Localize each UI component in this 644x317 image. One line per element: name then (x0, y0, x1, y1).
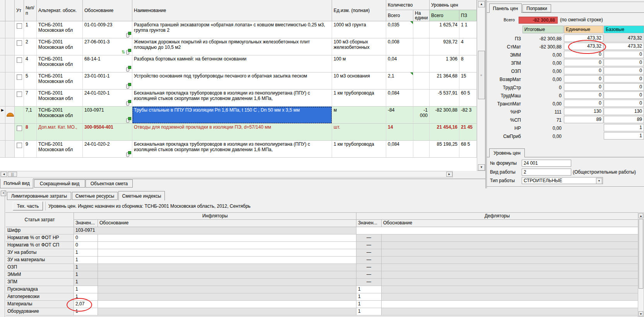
justification-cell[interactable]: 24-01-020-1 (83, 90, 132, 107)
note-icon[interactable] (126, 117, 131, 122)
close-icon[interactable]: × (1, 191, 6, 196)
col-header-price-total[interactable]: Всего (430, 10, 459, 21)
num-cell[interactable]: 4 (24, 55, 37, 72)
formula-input[interactable]: 24 001 (522, 160, 571, 167)
infl-justification-cell[interactable] (98, 264, 356, 271)
qty-per-cell[interactable] (413, 90, 430, 107)
infl-justification-cell[interactable] (98, 301, 356, 308)
note-icon[interactable] (126, 100, 131, 105)
unit-cell[interactable]: 100 м3 сборных железобетонных (332, 38, 386, 55)
unit-cell[interactable]: шт. (332, 124, 386, 141)
tab-price-panel[interactable]: Панель цен (489, 3, 522, 13)
col-header-qty-total[interactable]: Всего (386, 10, 413, 21)
scroll-left-button[interactable]: ◄ (1, 172, 7, 177)
scroll-thumb[interactable]: ||| (8, 172, 17, 177)
base-value[interactable]: 1 (604, 132, 644, 140)
unit-value[interactable]: 0 (564, 75, 603, 83)
unit-cell[interactable]: м (332, 107, 386, 124)
infl-justification-cell[interactable] (98, 257, 356, 264)
justification-cell[interactable]: 27-06-001-3⇅ (83, 38, 132, 55)
col-header-num[interactable]: №п/п (24, 0, 37, 21)
approve-checkbox[interactable] (17, 143, 22, 148)
note-icon[interactable] (126, 66, 131, 71)
num-cell[interactable]: 5 (24, 72, 37, 90)
infl-justification-cell[interactable] (98, 234, 356, 242)
name-cell[interactable]: Отводы для подземной прокладки в изоляци… (132, 124, 332, 141)
pz-cell[interactable]: 21 45 (459, 124, 477, 141)
num-cell[interactable]: 7,1 (24, 107, 37, 124)
note-icon[interactable] (126, 83, 131, 88)
work-kind-input[interactable]: 2 (522, 169, 571, 176)
name-cell[interactable]: Разборка бортовых камней: на бетонном ос… (132, 55, 332, 72)
qty-per-cell[interactable]: -1 000 (413, 107, 430, 124)
alt-cell[interactable]: ТСНБ-2001 Московская обл (37, 141, 83, 158)
infl-value-cell[interactable]: 0 (74, 234, 98, 242)
defl-value-cell[interactable]: 1 (356, 286, 382, 293)
defl-value-cell[interactable]: 1 (356, 301, 382, 308)
tab-object-estimate[interactable]: Объектная смета (86, 179, 133, 188)
base-value[interactable]: 130 (604, 108, 644, 115)
col-header-name[interactable]: Наименование (132, 0, 332, 21)
unit-value[interactable]: 0 (564, 83, 603, 91)
base-value[interactable]: 0 (604, 51, 644, 58)
qty-cell[interactable]: 0,008 (386, 38, 413, 55)
note-icon[interactable] (126, 49, 131, 54)
col-header-icon[interactable] (5, 0, 15, 21)
approve-cell[interactable] (15, 124, 24, 141)
base-value[interactable]: 473,32 (604, 34, 644, 42)
alt-cell[interactable]: ТСНБ-2001 Московская обл (37, 21, 83, 38)
qty-per-cell[interactable] (413, 21, 430, 38)
qty-cell[interactable]: -84 (386, 107, 413, 124)
tab-estimate-resources[interactable]: Сметные ресурсы (72, 192, 118, 200)
base-value[interactable]: 0 (604, 83, 644, 91)
defl-value-cell[interactable] (356, 227, 638, 234)
unit-cell[interactable]: 10 м3 основания (332, 72, 386, 90)
justification-cell[interactable]: 103-0971 (83, 107, 132, 124)
defl-justification-cell[interactable] (382, 234, 638, 242)
name-cell[interactable]: Бесканальная прокладка трубопроводов в и… (132, 141, 332, 158)
alt-cell[interactable]: Доп.мат. Кат. МО., (37, 124, 83, 141)
approve-checkbox[interactable] (17, 23, 22, 29)
grid-vertical-scrollbar[interactable]: ▲ ≡ ▼ (477, 0, 485, 171)
unit-cell[interactable]: 1000 м3 грунта (332, 21, 386, 38)
infl-value-cell[interactable]: 1 (74, 271, 98, 279)
justification-cell[interactable]: 300-9504-401 (83, 124, 132, 141)
defl-value-cell[interactable]: — (356, 234, 382, 242)
qty-cell[interactable]: 0,084 (386, 141, 413, 158)
col-header-quantity-group[interactable]: Количество (386, 0, 430, 10)
column-header-totals[interactable]: Итоговые (522, 26, 564, 33)
pz-cell[interactable]: 68 5 (459, 141, 477, 158)
pz-cell[interactable]: 1 1 (459, 21, 477, 38)
defl-justification-cell[interactable] (382, 264, 638, 271)
note-icon[interactable] (126, 151, 131, 157)
approve-checkbox[interactable] (17, 91, 22, 97)
base-value[interactable]: 473,32 (604, 43, 644, 50)
defl-justification-cell[interactable] (382, 286, 638, 293)
defl-value-cell[interactable]: — (356, 257, 382, 264)
scroll-up-button[interactable]: ▲ (639, 213, 643, 218)
unit-cell[interactable]: 1 км трубопровода (332, 141, 386, 158)
defl-justification-cell[interactable] (382, 279, 638, 286)
num-cell[interactable]: 2 (24, 38, 37, 55)
name-cell[interactable]: Жемонтаж дорожных покрытий из сборных пр… (132, 38, 332, 55)
approve-checkbox[interactable] (17, 74, 22, 80)
tab-price-level[interactable]: Уровень цен (489, 148, 525, 157)
infl-value-cell[interactable]: 1 (74, 308, 98, 315)
base-value[interactable]: 0 (604, 75, 644, 83)
infl-justification-cell[interactable] (98, 249, 356, 257)
total-cell[interactable]: -5 537,91 (430, 90, 459, 107)
alt-cell[interactable]: ТСНБ-2001 Московская обл (37, 55, 83, 72)
defl-justification-cell[interactable] (382, 308, 638, 315)
qty-cell[interactable]: 0,035 (386, 21, 413, 38)
infl-value-cell[interactable]: 1 (74, 257, 98, 264)
unit-value[interactable]: 130 (564, 108, 603, 115)
approve-cell[interactable] (15, 141, 24, 158)
total-cell[interactable]: 1 306 (430, 55, 459, 72)
col-header-justification[interactable]: Обоснование (83, 0, 132, 21)
unit-cell[interactable]: 1 км трубопровода (332, 90, 386, 107)
defl-value-cell[interactable]: — (356, 264, 382, 271)
qty-per-cell[interactable] (413, 141, 430, 158)
num-cell[interactable]: 8 (24, 124, 37, 141)
pz-cell[interactable]: 4 (459, 38, 477, 55)
alt-cell[interactable]: ТСНБ-2001 Московская обл (37, 107, 83, 124)
